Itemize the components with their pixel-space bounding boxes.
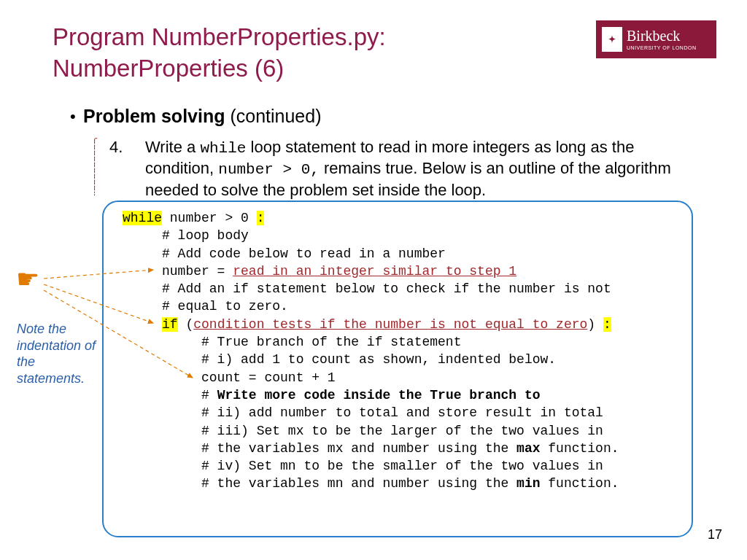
code-block: while number > 0 : # loop body # Add cod…: [123, 209, 680, 493]
pointing-hand-icon: ☛: [16, 264, 39, 295]
page-number: 17: [708, 527, 722, 542]
logo-name: Birkbeck: [627, 28, 696, 43]
slide-title: Program NumberProperties.py: NumberPrope…: [53, 22, 386, 85]
red-brace: ╭┊┊┊┊┊┊┊┊┊: [92, 136, 97, 194]
crest-icon: ✦: [602, 27, 622, 52]
logo-sub: UNIVERSITY OF LONDON: [627, 45, 696, 50]
birkbeck-logo: ✦ Birkbeck UNIVERSITY OF LONDON: [596, 20, 716, 58]
indentation-note: Note the indentation of the statements.: [17, 321, 104, 386]
step-4: 4. Write a while loop statement to read …: [112, 137, 688, 200]
section-heading: • Problem solving (continued): [83, 106, 322, 127]
code-box: while number > 0 : # loop body # Add cod…: [102, 201, 693, 537]
